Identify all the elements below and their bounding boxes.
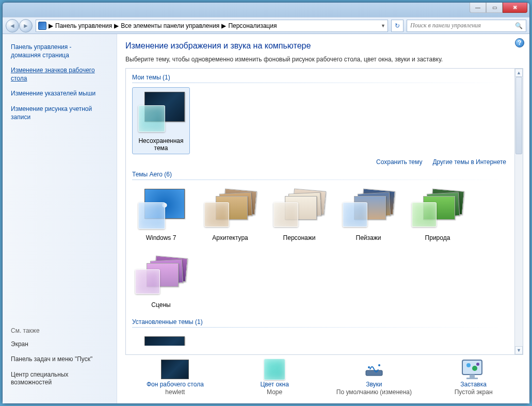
- screensaver-item[interactable]: Заставка Пустой экран: [430, 359, 518, 396]
- window-color-icon: [260, 359, 289, 380]
- sidebar-desktop-icons[interactable]: Изменение значков рабочего стола: [11, 67, 108, 83]
- breadcrumb-sep: ▶: [114, 22, 119, 29]
- sidebar-item-label: Панель управления -: [11, 43, 72, 51]
- address-bar[interactable]: ▶ Панель управления ▶ Все элементы панел…: [36, 20, 388, 32]
- screensaver-icon: [459, 359, 488, 380]
- caption-buttons: — ▭ ✕: [470, 3, 527, 13]
- theme-windows7[interactable]: Windows 7: [132, 184, 190, 244]
- scroll-thumb[interactable]: [515, 77, 522, 154]
- desktop-background-item[interactable]: Фон рабочего стола hewlett: [131, 359, 219, 396]
- svg-point-6: [466, 363, 471, 367]
- scroll-track[interactable]: [515, 77, 523, 346]
- svg-rect-4: [470, 375, 475, 378]
- help-button[interactable]: ?: [515, 38, 524, 47]
- window-color-preview: [204, 202, 229, 227]
- sidebar-item-label: стола: [11, 75, 27, 82]
- svg-point-2: [378, 364, 380, 366]
- theme-thumbnail: [135, 90, 187, 134]
- desktop-background-icon: [160, 359, 189, 380]
- sidebar-mouse-pointers[interactable]: Изменение указателей мыши: [11, 90, 108, 98]
- sidebar: Панель управления - домашняя страница Из…: [3, 34, 117, 403]
- breadcrumb-personalization[interactable]: Персонализация: [228, 22, 277, 29]
- scrollbar[interactable]: ▲ ▼: [514, 69, 523, 354]
- section-installed-themes: Установленные темы (1): [132, 318, 508, 328]
- theme-scenes[interactable]: Сцены: [132, 251, 190, 311]
- window-color-item[interactable]: Цвет окна Море: [231, 359, 318, 396]
- theme-name: Персонажи: [283, 234, 316, 241]
- svg-point-8: [476, 363, 479, 366]
- themes-groupbox: Мои темы (1) Несохраненная тема Сохранит…: [125, 68, 523, 355]
- save-theme-link[interactable]: Сохранить тему: [376, 158, 422, 166]
- theme-installed-1[interactable]: [132, 332, 190, 348]
- theme-thumbnail: [135, 334, 187, 346]
- page-title: Изменение изображения и звука на компьют…: [125, 41, 523, 51]
- window-color-preview: [135, 269, 160, 294]
- breadcrumb-control-panel[interactable]: Панель управления: [55, 22, 112, 29]
- sounds-icon: [360, 359, 389, 380]
- search-icon[interactable]: 🔍: [515, 22, 523, 29]
- see-also-display[interactable]: Экран: [11, 340, 108, 349]
- themes-scroll-area: Мои темы (1) Несохраненная тема Сохранит…: [126, 69, 514, 354]
- item-value: hewlett: [165, 388, 185, 396]
- theme-thumbnail: [135, 187, 187, 231]
- theme-name: Архитектура: [212, 234, 248, 241]
- svg-point-7: [472, 366, 477, 371]
- breadcrumb-sep: ▶: [221, 22, 226, 29]
- theme-thumbnail: [204, 187, 256, 231]
- sidebar-account-picture[interactable]: Изменение рисунка учетной записи: [11, 105, 108, 121]
- minimize-button[interactable]: —: [470, 3, 486, 13]
- theme-name: Пейзажи: [356, 234, 381, 241]
- maximize-button[interactable]: ▭: [486, 3, 503, 13]
- theme-name: Природа: [425, 234, 450, 241]
- scroll-up-button[interactable]: ▲: [515, 69, 523, 77]
- page-lead: Выберите тему, чтобы одновременно измени…: [125, 56, 523, 63]
- window-color-preview: [343, 202, 367, 227]
- installed-themes-row: [132, 332, 508, 348]
- sidebar-item-label: домашняя страница: [11, 52, 69, 59]
- window-color-preview: [273, 202, 298, 227]
- sidebar-item-label: Изменение значков рабочего: [11, 67, 95, 74]
- item-label: Звуки: [366, 381, 382, 388]
- sidebar-home[interactable]: Панель управления - домашняя страница: [11, 43, 108, 59]
- theme-thumbnail: [412, 187, 463, 231]
- sounds-item[interactable]: Звуки По умолчанию (изменена): [330, 359, 418, 396]
- item-label: Фон рабочего стола: [147, 381, 204, 388]
- see-also-taskbar[interactable]: Панель задач и меню "Пуск": [11, 355, 108, 364]
- svg-rect-0: [366, 370, 382, 376]
- theme-name: Сцены: [151, 301, 170, 308]
- sidebar-item-label: Изменение рисунка учетной: [11, 105, 92, 112]
- more-themes-link[interactable]: Другие темы в Интернете: [432, 158, 506, 166]
- search-input[interactable]: [410, 22, 515, 29]
- section-aero-themes: Темы Aero (6): [132, 171, 508, 180]
- forward-button[interactable]: ►: [19, 19, 33, 33]
- wallpaper-preview: [144, 336, 185, 346]
- theme-actions: Сохранить тему Другие темы в Интернете: [134, 158, 506, 166]
- see-also-ease-of-access[interactable]: Центр специальных возможностей: [11, 371, 108, 387]
- breadcrumb-sep: ▶: [49, 22, 53, 29]
- sidebar-item-label: возможностей: [11, 379, 52, 386]
- address-dropdown[interactable]: ▼: [381, 23, 385, 28]
- theme-thumbnail: [135, 254, 187, 298]
- item-value: Море: [267, 388, 282, 396]
- theme-name: Windows 7: [146, 234, 176, 241]
- window-color-preview: [412, 202, 437, 227]
- theme-nature[interactable]: Природа: [409, 184, 466, 244]
- item-value: По умолчанию (изменена): [336, 388, 412, 396]
- aero-themes-row: Windows 7 Архитектура: [132, 184, 508, 311]
- close-button[interactable]: ✕: [503, 3, 527, 13]
- window: — ▭ ✕ ◄ ► ▶ Панель управления ▶ Все элем…: [2, 2, 530, 404]
- theme-landscapes[interactable]: Пейзажи: [340, 184, 397, 244]
- sidebar-item-label: записи: [11, 113, 30, 121]
- breadcrumb-all-items[interactable]: Все элементы панели управления: [121, 22, 219, 29]
- theme-unsaved[interactable]: Несохраненная тема: [132, 87, 190, 154]
- svg-rect-5: [466, 378, 478, 379]
- theme-architecture[interactable]: Архитектура: [201, 184, 259, 244]
- search-box[interactable]: 🔍: [407, 20, 526, 32]
- back-button[interactable]: ◄: [6, 19, 19, 33]
- refresh-button[interactable]: ↻: [391, 20, 404, 32]
- section-my-themes: Мои темы (1): [132, 74, 508, 83]
- theme-name: Несохраненная тема: [135, 137, 187, 152]
- theme-characters[interactable]: Персонажи: [270, 184, 328, 244]
- item-value: Пустой экран: [455, 388, 493, 396]
- scroll-down-button[interactable]: ▼: [515, 346, 523, 354]
